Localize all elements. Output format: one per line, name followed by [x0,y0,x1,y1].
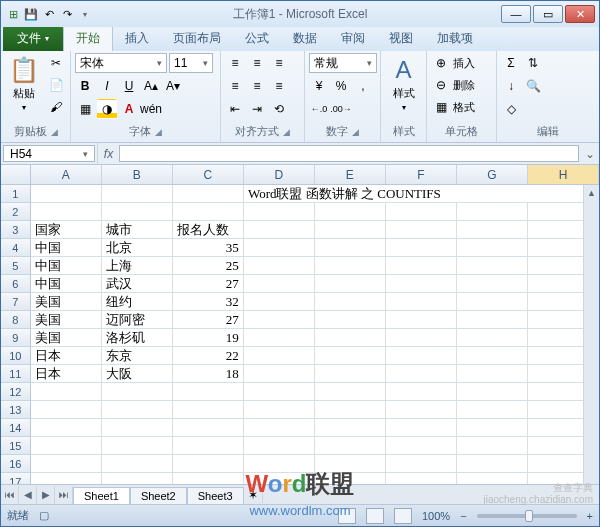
cell[interactable]: 美国 [31,311,102,329]
tab-addins[interactable]: 加载项 [425,26,485,51]
cell[interactable]: 报名人数 [173,221,244,239]
cell[interactable] [31,473,102,484]
cell[interactable] [244,329,315,347]
cell[interactable] [457,437,528,455]
fill-button[interactable]: ↓ [501,76,521,96]
zoom-level[interactable]: 100% [422,510,450,522]
cell[interactable] [386,347,457,365]
cell[interactable] [457,221,528,239]
cell[interactable] [315,419,386,437]
cell[interactable] [244,419,315,437]
cell[interactable] [31,383,102,401]
cell[interactable] [315,293,386,311]
dialog-launcher-icon[interactable]: ◢ [352,127,359,137]
decrease-decimal-button[interactable]: .00→ [331,99,351,119]
tab-formulas[interactable]: 公式 [233,26,281,51]
cell[interactable] [244,221,315,239]
copy-button[interactable]: 📄 [46,75,66,95]
cell[interactable] [386,221,457,239]
cell[interactable] [31,185,102,203]
cell[interactable] [244,383,315,401]
file-tab[interactable]: 文件▾ [3,26,63,51]
zoom-out-button[interactable]: − [460,510,466,522]
cell[interactable]: 32 [173,293,244,311]
cell[interactable] [457,365,528,383]
cell[interactable] [315,383,386,401]
cell[interactable] [386,383,457,401]
minimize-button[interactable]: — [501,5,531,23]
cell[interactable]: 美国 [31,293,102,311]
cell[interactable] [315,401,386,419]
cell[interactable] [102,419,173,437]
tab-page-layout[interactable]: 页面布局 [161,26,233,51]
orientation-button[interactable]: ⟲ [269,99,289,119]
align-center-button[interactable]: ≡ [247,76,267,96]
row-header[interactable]: 10 [1,347,31,365]
cell[interactable] [244,239,315,257]
new-sheet-button[interactable]: ✶ [244,488,262,502]
underline-button[interactable]: U [119,76,139,96]
cell[interactable] [315,221,386,239]
vertical-scrollbar[interactable]: ▲ [583,185,599,484]
cell[interactable]: 美国 [31,329,102,347]
cell[interactable] [315,257,386,275]
row-header[interactable]: 3 [1,221,31,239]
format-painter-button[interactable]: 🖌 [46,97,66,117]
row-header[interactable]: 13 [1,401,31,419]
cell[interactable] [457,383,528,401]
col-header-b[interactable]: B [102,165,173,184]
tab-insert[interactable]: 插入 [113,26,161,51]
cell[interactable] [315,437,386,455]
cell[interactable]: 北京 [102,239,173,257]
cell[interactable] [173,419,244,437]
formula-input[interactable] [119,145,579,162]
qat-save-icon[interactable]: 💾 [23,6,39,22]
shrink-font-button[interactable]: A▾ [163,76,183,96]
border-button[interactable]: ▦ [75,99,95,119]
find-button[interactable]: 🔍 [523,76,543,96]
clear-button[interactable]: ◇ [501,99,521,119]
cell[interactable] [315,455,386,473]
col-header-g[interactable]: G [457,165,528,184]
row-header[interactable]: 4 [1,239,31,257]
tab-view[interactable]: 视图 [377,26,425,51]
paste-button[interactable]: 📋 粘贴 ▾ [5,53,42,115]
cell[interactable] [102,437,173,455]
cell[interactable]: 中国 [31,257,102,275]
format-cells-button[interactable]: ▦格式 [431,97,475,117]
row-header[interactable]: 5 [1,257,31,275]
cell[interactable] [102,383,173,401]
cell[interactable] [102,185,173,203]
cell[interactable] [173,437,244,455]
cell[interactable] [457,275,528,293]
row-header[interactable]: 11 [1,365,31,383]
styles-button[interactable]: A 样式 ▾ [385,53,422,115]
italic-button[interactable]: I [97,76,117,96]
cell[interactable] [173,455,244,473]
cell[interactable] [457,311,528,329]
sheet-nav-next[interactable]: ▶ [37,486,55,504]
sheet-nav-last[interactable]: ⏭ [55,486,73,504]
delete-cells-button[interactable]: ⊖删除 [431,75,475,95]
row-header[interactable]: 1 [1,185,31,203]
cell[interactable] [244,365,315,383]
cell[interactable] [31,455,102,473]
phonetic-button[interactable]: wén [141,99,161,119]
cell[interactable] [457,257,528,275]
cell[interactable] [315,275,386,293]
maximize-button[interactable]: ▭ [533,5,563,23]
row-header[interactable]: 15 [1,437,31,455]
cell[interactable] [315,329,386,347]
row-header[interactable]: 6 [1,275,31,293]
sort-filter-button[interactable]: ⇅ [523,53,543,73]
sheet-tab-3[interactable]: Sheet3 [187,487,244,504]
fill-color-button[interactable]: ◑ [97,99,117,119]
cell[interactable] [386,365,457,383]
qat-menu-icon[interactable]: ▾ [77,6,93,22]
cell[interactable] [386,257,457,275]
dialog-launcher-icon[interactable]: ◢ [51,127,58,137]
font-color-button[interactable]: A [119,99,139,119]
cell[interactable] [386,437,457,455]
align-top-button[interactable]: ≡ [225,53,245,73]
cell[interactable] [386,455,457,473]
